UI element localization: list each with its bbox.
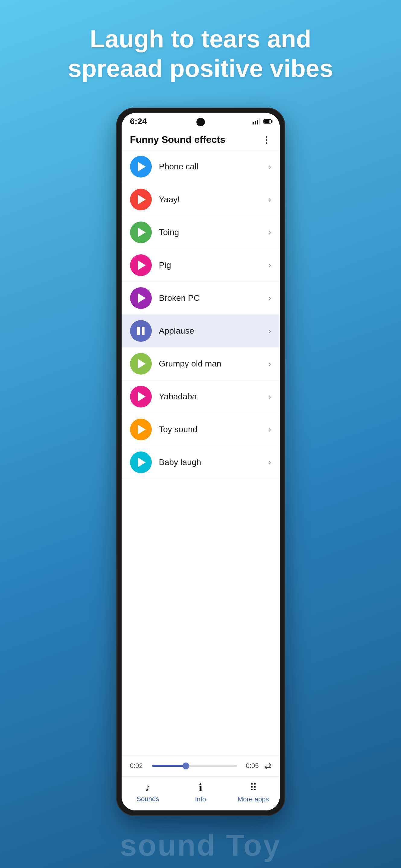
watermark-text: sound Toy [120,828,281,863]
sound-name: Grumpy old man [159,359,268,369]
sound-name: Yabadaba [159,392,268,401]
sound-name: Toing [159,227,268,237]
pause-icon [137,327,145,335]
phone-mockup: 6:24 Funny Sound effects ⋮ Phone call›Ya… [116,107,285,816]
sound-name: Phone call [159,162,268,172]
chevron-right-icon: › [268,260,271,270]
sound-name: Yaay! [159,195,268,204]
play-triangle-icon [138,359,146,369]
app-header: Funny Sound effects ⋮ [122,129,280,150]
progress-bar-area: 0:02 0:05 ⇄ [122,755,280,776]
watermark: sound Toy [120,828,281,863]
play-triangle-icon [138,227,146,237]
status-bar: 6:24 [122,113,280,129]
play-button[interactable] [130,189,152,210]
chevron-right-icon: › [268,326,271,336]
play-button[interactable] [130,353,152,375]
progress-current: 0:02 [130,762,147,770]
play-button[interactable] [130,386,152,407]
moreapps-nav-icon: ⠿ [250,781,257,794]
more-menu-button[interactable]: ⋮ [262,134,271,145]
sounds-nav-icon: ♪ [145,781,150,793]
sound-name: Baby laugh [159,458,268,467]
hero-line2: spreaad positive vibes [68,55,334,82]
sound-item-6[interactable]: Applause› [122,315,280,347]
play-button[interactable] [130,254,152,276]
status-icons [253,119,271,124]
sounds-nav-label: Sounds [137,795,159,803]
nav-item-moreapps[interactable]: ⠿More apps [227,781,280,803]
play-button[interactable] [130,156,152,178]
play-triangle-icon [138,195,146,204]
sound-item-1[interactable]: Phone call› [122,150,280,183]
play-triangle-icon [138,293,146,303]
chevron-right-icon: › [268,195,271,204]
chevron-right-icon: › [268,458,271,467]
chevron-right-icon: › [268,227,271,237]
sound-item-2[interactable]: Yaay!› [122,183,280,216]
play-triangle-icon [138,458,146,467]
play-triangle-icon [138,162,146,172]
app-title: Funny Sound effects [130,134,225,145]
play-triangle-icon [138,425,146,434]
chevron-right-icon: › [268,293,271,303]
nav-item-info[interactable]: ℹInfo [174,781,227,803]
hero-headline: Laugh to tears and spreaad positive vibe… [50,24,351,84]
play-button[interactable] [130,418,152,440]
sound-item-5[interactable]: Broken PC› [122,282,280,315]
signal-icon [253,119,260,124]
sound-name: Applause [159,326,268,336]
nav-item-sounds[interactable]: ♪Sounds [122,781,174,803]
play-button[interactable] [130,287,152,309]
sound-item-7[interactable]: Grumpy old man› [122,347,280,380]
camera-notch [196,118,205,126]
status-time: 6:24 [130,117,147,126]
play-triangle-icon [138,260,146,270]
chevron-right-icon: › [268,359,271,369]
chevron-right-icon: › [268,425,271,434]
phone-screen: 6:24 Funny Sound effects ⋮ Phone call›Ya… [122,113,280,810]
sound-name: Toy sound [159,425,268,434]
sound-item-9[interactable]: Toy sound› [122,413,280,446]
repeat-button[interactable]: ⇄ [264,761,271,771]
sound-item-8[interactable]: Yabadaba› [122,380,280,413]
hero-line1: Laugh to tears and [90,25,311,53]
play-button[interactable] [130,221,152,243]
progress-total: 0:05 [242,762,259,770]
chevron-right-icon: › [268,162,271,172]
sound-item-10[interactable]: Baby laugh› [122,446,280,479]
play-button[interactable] [130,452,152,473]
progress-thumb [182,763,189,769]
pause-button[interactable] [130,320,152,342]
info-nav-label: Info [195,795,206,803]
sound-name: Pig [159,260,268,270]
play-triangle-icon [138,392,146,401]
progress-track[interactable] [152,765,237,767]
moreapps-nav-label: More apps [237,795,269,803]
info-nav-icon: ℹ [199,781,202,794]
bottom-nav: ♪SoundsℹInfo⠿More apps [122,776,280,810]
battery-icon [263,119,271,124]
sound-name: Broken PC [159,293,268,303]
sound-list: Phone call›Yaay!›Toing›Pig›Broken PC›App… [122,150,280,755]
sound-item-3[interactable]: Toing› [122,216,280,249]
chevron-right-icon: › [268,392,271,401]
sound-item-4[interactable]: Pig› [122,249,280,282]
progress-fill [152,765,186,767]
